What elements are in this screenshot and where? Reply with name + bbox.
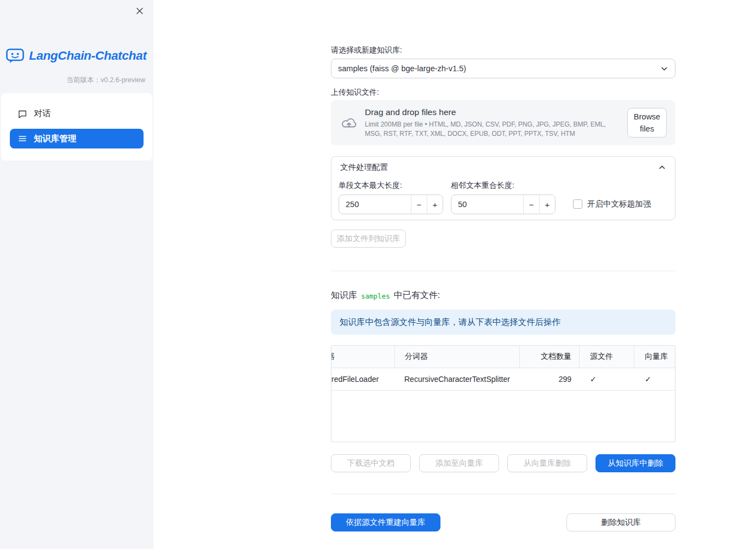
delete-from-vector-store-button[interactable]: 从向量库删除 <box>507 454 587 472</box>
expander-header[interactable]: 文件处理配置 <box>331 157 675 173</box>
sidebar-item-dialogue[interactable]: 对话 <box>10 104 144 123</box>
column-header-source-file: 源文件 <box>579 346 634 368</box>
upload-label: 上传知识文件: <box>331 88 675 97</box>
cell-doc-count: 299 <box>519 368 579 390</box>
cell-loader: redFileLoader <box>331 368 394 390</box>
version-text: 当前版本：v0.2.6-preview <box>0 76 153 85</box>
main-area: 请选择或新建知识库: samples (faiss @ bge-large-zh… <box>153 0 756 549</box>
checkbox-box <box>573 199 582 209</box>
sidebar-item-label: 对话 <box>34 108 51 119</box>
max-length-input: 250 − + <box>339 195 443 214</box>
table-row[interactable]: redFileLoader RecursiveCharacterTextSpli… <box>331 368 675 391</box>
overlap-field: 相邻文本重合长度: 50 − + <box>451 181 555 214</box>
list-icon <box>18 134 27 143</box>
decrement-button[interactable]: − <box>411 195 427 214</box>
download-selected-button[interactable]: 下载选中文档 <box>331 454 411 472</box>
overlap-label: 相邻文本重合长度: <box>451 181 555 190</box>
sidebar: LangChain-Chatchat 当前版本：v0.2.6-preview 对… <box>0 0 153 549</box>
chevron-down-icon <box>660 65 668 73</box>
rebuild-vector-store-button[interactable]: 依据源文件重建向量库 <box>331 513 440 531</box>
logo-chat-icon <box>6 48 24 64</box>
decrement-button[interactable]: − <box>523 195 539 214</box>
kb-files-suffix: 中已有文件: <box>394 290 440 301</box>
sidebar-item-label: 知识库管理 <box>34 133 77 145</box>
cell-vector-store-check: ✓ <box>634 368 675 390</box>
cell-source-file-check: ✓ <box>579 368 634 390</box>
kb-name-code: samples <box>361 291 390 300</box>
table-header-row: 器 分词器 文档数量 源文件 向量库 <box>331 346 675 368</box>
sidebar-item-knowledge-base[interactable]: 知识库管理 <box>10 129 144 148</box>
add-files-to-kb-button[interactable]: 添加文件到知识库 <box>331 230 406 248</box>
zh-title-enhance-checkbox[interactable]: 开启中文标题加强 <box>573 199 651 209</box>
max-length-field: 单段文本最大长度: 250 − + <box>339 181 443 214</box>
max-length-value[interactable]: 250 <box>339 195 411 214</box>
delete-from-kb-button[interactable]: 从知识库中删除 <box>595 454 675 472</box>
add-to-vector-store-button[interactable]: 添加至向量库 <box>419 454 499 472</box>
file-dropzone[interactable]: Drag and drop files here Limit 200MB per… <box>331 100 675 145</box>
max-length-label: 单段文本最大长度: <box>339 181 443 190</box>
file-config-expander: 文件处理配置 单段文本最大长度: 250 − + <box>331 156 675 220</box>
info-alert: 知识库中包含源文件与向量库，请从下表中选择文件后操作 <box>331 310 675 335</box>
expander-title: 文件处理配置 <box>340 162 388 173</box>
overlap-value[interactable]: 50 <box>451 195 523 214</box>
divider <box>331 271 675 271</box>
dropzone-limit-text: Limit 200MB per file • HTML, MD, JSON, C… <box>365 120 621 138</box>
app-root: LangChain-Chatchat 当前版本：v0.2.6-preview 对… <box>0 0 756 549</box>
column-header-doc-count: 文档数量 <box>519 346 579 368</box>
file-action-buttons: 下载选中文档 添加至向量库 从向量库删除 从知识库中删除 <box>331 454 675 472</box>
kb-management-buttons: 依据源文件重建向量库 删除知识库 <box>331 513 675 531</box>
chevron-up-icon <box>658 163 666 171</box>
cell-splitter: RecursiveCharacterTextSplitter <box>394 368 519 390</box>
app-logo: LangChain-Chatchat <box>0 48 153 64</box>
sidebar-close-button[interactable] <box>134 5 146 17</box>
kb-files-table: 器 分词器 文档数量 源文件 向量库 redFileLoader Recursi… <box>331 345 675 442</box>
close-icon <box>136 8 144 16</box>
dropzone-title: Drag and drop files here <box>365 107 621 117</box>
kb-select-label: 请选择或新建知识库: <box>331 45 675 55</box>
expander-body: 单段文本最大长度: 250 − + 相邻文本重合长度: 50 − + <box>331 173 675 220</box>
chat-icon <box>18 110 27 118</box>
kb-files-prefix: 知识库 <box>331 290 357 301</box>
browse-files-button[interactable]: Browse files <box>627 108 667 138</box>
upload-cloud-icon <box>340 116 358 130</box>
column-header-splitter: 分词器 <box>394 346 519 368</box>
kb-select[interactable]: samples (faiss @ bge-large-zh-v1.5) <box>331 59 675 78</box>
increment-button[interactable]: + <box>427 195 443 214</box>
checkbox-label: 开启中文标题加强 <box>587 199 651 209</box>
delete-kb-button[interactable]: 删除知识库 <box>566 513 675 531</box>
overlap-input: 50 − + <box>451 195 555 214</box>
logo-text: LangChain-Chatchat <box>29 49 147 63</box>
column-header-loader: 器 <box>331 346 394 368</box>
dropzone-text: Drag and drop files here Limit 200MB per… <box>365 107 621 138</box>
increment-button[interactable]: + <box>539 195 555 214</box>
kb-files-heading: 知识库 samples 中已有文件: <box>331 290 675 301</box>
divider <box>331 494 675 494</box>
column-header-vector-store: 向量库 <box>634 346 675 368</box>
kb-select-value: samples (faiss @ bge-large-zh-v1.5) <box>338 64 466 73</box>
sidebar-menu: 对话 知识库管理 <box>1 93 152 161</box>
